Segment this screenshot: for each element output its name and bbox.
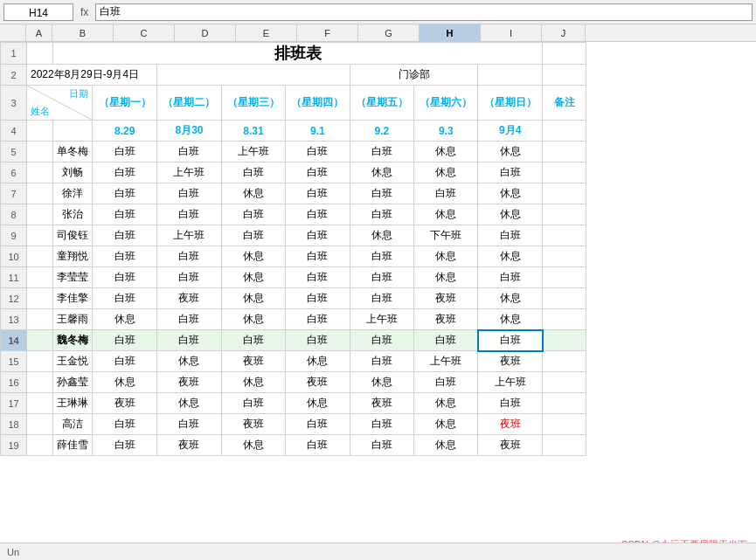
- shift-8-5[interactable]: 白班: [350, 204, 413, 225]
- shift-9-1[interactable]: 白班: [93, 225, 157, 246]
- shift-13-5[interactable]: 上午班: [350, 309, 413, 330]
- shift-6-1[interactable]: 白班: [93, 162, 157, 183]
- shift-14-7-selected[interactable]: 白班: [478, 330, 543, 351]
- shift-19-6[interactable]: 休息: [414, 435, 478, 456]
- shift-6-3[interactable]: 白班: [221, 162, 285, 183]
- shift-15-7[interactable]: 夜班: [478, 351, 543, 372]
- shift-19-4[interactable]: 白班: [286, 435, 350, 456]
- col-header-f[interactable]: F: [297, 24, 358, 41]
- shift-5-4[interactable]: 白班: [286, 142, 350, 162]
- shift-13-7[interactable]: 休息: [478, 309, 543, 330]
- shift-19-2[interactable]: 夜班: [157, 435, 221, 456]
- shift-14-2[interactable]: 白班: [157, 330, 221, 351]
- shift-19-7[interactable]: 夜班: [478, 435, 543, 456]
- shift-12-4[interactable]: 白班: [286, 288, 350, 309]
- shift-12-2[interactable]: 夜班: [157, 288, 221, 309]
- shift-10-5[interactable]: 白班: [350, 246, 413, 267]
- shift-8-2[interactable]: 白班: [157, 204, 221, 225]
- shift-13-6[interactable]: 夜班: [414, 309, 478, 330]
- shift-18-6[interactable]: 休息: [414, 414, 478, 435]
- shift-12-5[interactable]: 白班: [350, 288, 413, 309]
- shift-16-1[interactable]: 休息: [93, 372, 157, 393]
- col-header-d[interactable]: D: [175, 24, 236, 41]
- shift-17-4[interactable]: 休息: [286, 393, 350, 414]
- shift-12-6[interactable]: 夜班: [414, 288, 478, 309]
- shift-5-7[interactable]: 休息: [478, 142, 543, 162]
- shift-13-3[interactable]: 休息: [221, 309, 285, 330]
- shift-18-2[interactable]: 白班: [157, 414, 221, 435]
- shift-17-3[interactable]: 白班: [221, 393, 285, 414]
- col-header-b[interactable]: B: [52, 24, 114, 41]
- shift-11-5[interactable]: 白班: [350, 267, 413, 288]
- shift-11-2[interactable]: 白班: [157, 267, 221, 288]
- col-header-e[interactable]: E: [236, 24, 297, 41]
- shift-10-1[interactable]: 白班: [93, 246, 157, 267]
- shift-14-4[interactable]: 白班: [286, 330, 350, 351]
- shift-9-3[interactable]: 白班: [221, 225, 285, 246]
- shift-18-5[interactable]: 白班: [350, 414, 413, 435]
- shift-17-1[interactable]: 夜班: [93, 393, 157, 414]
- col-header-h[interactable]: H: [420, 24, 481, 41]
- shift-5-1[interactable]: 白班: [93, 142, 157, 162]
- shift-5-5[interactable]: 白班: [350, 142, 413, 162]
- shift-11-4[interactable]: 白班: [286, 267, 350, 288]
- shift-18-7[interactable]: 夜班: [478, 414, 543, 435]
- shift-6-5[interactable]: 休息: [350, 162, 413, 183]
- shift-16-4[interactable]: 夜班: [286, 372, 350, 393]
- shift-16-5[interactable]: 休息: [350, 372, 413, 393]
- shift-7-4[interactable]: 白班: [286, 183, 350, 204]
- shift-6-7[interactable]: 白班: [478, 162, 543, 183]
- shift-14-1[interactable]: 白班: [93, 330, 157, 351]
- shift-5-2[interactable]: 白班: [157, 142, 221, 162]
- shift-10-3[interactable]: 休息: [221, 246, 285, 267]
- shift-8-7[interactable]: 休息: [478, 204, 543, 225]
- shift-8-3[interactable]: 白班: [221, 204, 285, 225]
- shift-7-5[interactable]: 白班: [350, 183, 413, 204]
- shift-15-3[interactable]: 夜班: [221, 351, 285, 372]
- shift-12-1[interactable]: 白班: [93, 288, 157, 309]
- shift-8-6[interactable]: 休息: [414, 204, 478, 225]
- shift-16-2[interactable]: 夜班: [157, 372, 221, 393]
- shift-17-7[interactable]: 白班: [478, 393, 543, 414]
- shift-16-6[interactable]: 白班: [414, 372, 478, 393]
- shift-19-5[interactable]: 白班: [350, 435, 413, 456]
- shift-5-6[interactable]: 休息: [414, 142, 478, 162]
- col-header-j[interactable]: J: [542, 24, 586, 41]
- shift-7-7[interactable]: 休息: [478, 183, 543, 204]
- shift-15-4[interactable]: 休息: [286, 351, 350, 372]
- shift-15-5[interactable]: 白班: [350, 351, 413, 372]
- formula-input[interactable]: [95, 3, 753, 21]
- shift-17-5[interactable]: 夜班: [350, 393, 413, 414]
- shift-10-7[interactable]: 休息: [478, 246, 543, 267]
- shift-10-4[interactable]: 白班: [286, 246, 350, 267]
- col-header-c[interactable]: C: [114, 24, 175, 41]
- shift-10-2[interactable]: 白班: [157, 246, 221, 267]
- col-header-i[interactable]: I: [481, 24, 542, 41]
- shift-16-3[interactable]: 休息: [221, 372, 285, 393]
- shift-14-5[interactable]: 白班: [350, 330, 413, 351]
- shift-11-1[interactable]: 白班: [93, 267, 157, 288]
- shift-8-4[interactable]: 白班: [286, 204, 350, 225]
- shift-6-2[interactable]: 上午班: [157, 162, 221, 183]
- shift-7-6[interactable]: 白班: [414, 183, 478, 204]
- shift-18-4[interactable]: 白班: [286, 414, 350, 435]
- shift-11-3[interactable]: 休息: [221, 267, 285, 288]
- shift-15-1[interactable]: 白班: [93, 351, 157, 372]
- shift-18-1[interactable]: 白班: [93, 414, 157, 435]
- shift-18-3[interactable]: 夜班: [221, 414, 285, 435]
- cell-reference[interactable]: H14: [3, 3, 73, 21]
- shift-13-1[interactable]: 休息: [93, 309, 157, 330]
- shift-5-3[interactable]: 上午班: [221, 142, 285, 162]
- shift-10-6[interactable]: 休息: [414, 246, 478, 267]
- col-header-a[interactable]: A: [26, 24, 52, 41]
- shift-9-4[interactable]: 白班: [286, 225, 350, 246]
- shift-17-6[interactable]: 休息: [414, 393, 478, 414]
- shift-9-7[interactable]: 白班: [478, 225, 543, 246]
- shift-12-3[interactable]: 休息: [221, 288, 285, 309]
- shift-16-7[interactable]: 上午班: [478, 372, 543, 393]
- shift-15-2[interactable]: 休息: [157, 351, 221, 372]
- col-header-g[interactable]: G: [358, 24, 420, 41]
- shift-14-3[interactable]: 白班: [221, 330, 285, 351]
- shift-13-4[interactable]: 白班: [286, 309, 350, 330]
- shift-6-6[interactable]: 休息: [414, 162, 478, 183]
